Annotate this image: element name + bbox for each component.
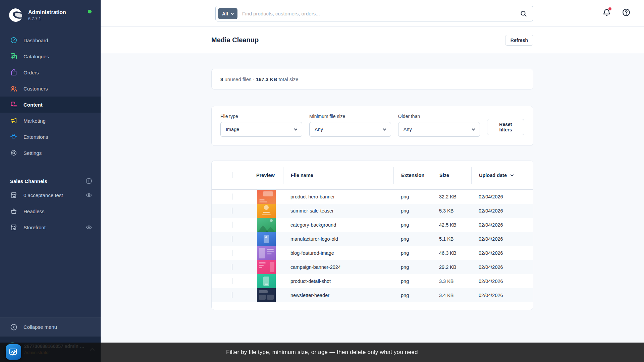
chevron-down-icon: [472, 127, 475, 131]
sidebar-item-dashboard[interactable]: Dashboard: [0, 32, 101, 48]
min-size-value: Any: [315, 127, 323, 132]
sidebar-item-marketing[interactable]: Marketing: [0, 113, 101, 129]
cell-extension: png: [393, 250, 432, 256]
sidebar-item-catalogues[interactable]: Catalogues: [0, 48, 101, 64]
search-icon[interactable]: [520, 10, 528, 18]
sales-channel-headless[interactable]: Headless: [0, 203, 101, 219]
cell-extension: png: [393, 222, 432, 228]
cell-filename: blog-featured-image: [283, 250, 393, 256]
storefront-icon: [10, 191, 17, 199]
file-preview-thumbnail: [257, 190, 276, 204]
file-preview-thumbnail: [257, 218, 276, 232]
row-checkbox[interactable]: [232, 236, 232, 242]
reset-filters-button[interactable]: Reset filters: [487, 119, 524, 135]
older-than-label: Older than: [398, 114, 480, 119]
notifications-button[interactable]: [602, 7, 612, 17]
column-header-preview: Preview: [249, 167, 283, 184]
table-row[interactable]: campaign-banner-2024png29.2 KB02/04/2026: [212, 260, 533, 274]
column-header-extension: Extension: [393, 167, 432, 184]
sidebar: Administration 6.7.7.1 Dashboard Catalog…: [0, 0, 101, 362]
sidebar-item-label: Customers: [23, 86, 48, 92]
eye-icon[interactable]: [85, 224, 93, 231]
cell-size: 29.2 KB: [432, 264, 471, 270]
select-all-checkbox[interactable]: [232, 172, 232, 178]
column-header-size: Size: [432, 167, 471, 184]
table-row[interactable]: newsletter-headerpng3.4 KB02/04/2026: [212, 288, 533, 302]
sales-channel-storefront[interactable]: Storefront: [0, 219, 101, 235]
cell-size: 32.2 KB: [432, 194, 471, 199]
min-size-label: Minimum file size: [309, 114, 391, 119]
file-preview-thumbnail: [257, 204, 276, 218]
min-size-select[interactable]: Any: [309, 122, 391, 137]
collapse-menu-label: Collapse menu: [23, 324, 57, 330]
add-sales-channel-button[interactable]: [85, 177, 93, 185]
sidebar-item-extensions[interactable]: Extensions: [0, 129, 101, 145]
row-checkbox[interactable]: [232, 193, 232, 200]
cell-size: 46.3 KB: [432, 250, 471, 256]
file-type-select[interactable]: Image: [220, 122, 302, 137]
help-button[interactable]: [621, 7, 631, 17]
table-row[interactable]: blog-featured-imagepng46.3 KB02/04/2026: [212, 246, 533, 260]
global-search: All: [215, 6, 533, 21]
table-row[interactable]: category-backgroundpng42.5 KB02/04/2026: [212, 218, 533, 232]
search-scope-label: All: [222, 11, 228, 16]
row-checkbox[interactable]: [232, 222, 232, 228]
unused-files-count: 8: [220, 76, 223, 82]
row-checkbox[interactable]: [232, 250, 232, 256]
file-preview-thumbnail: [257, 246, 276, 260]
plug-icon: [10, 133, 17, 140]
file-preview-thumbnail: [257, 232, 276, 246]
cell-extension: png: [393, 194, 432, 199]
sidebar-header: Administration 6.7.7.1: [0, 0, 101, 26]
app-title-block: Administration 6.7.7.1: [28, 9, 66, 21]
sidebar-menu: Dashboard Catalogues Orders Customers: [0, 32, 101, 161]
older-than-select[interactable]: Any: [398, 122, 480, 137]
row-checkbox[interactable]: [232, 264, 232, 270]
cell-upload-date: 02/04/2026: [471, 264, 533, 270]
cell-upload-date: 02/04/2026: [471, 194, 533, 199]
cell-filename: summer-sale-teaser: [283, 208, 393, 214]
older-than-value: Any: [404, 127, 412, 132]
cell-extension: png: [393, 279, 432, 284]
search-input[interactable]: [237, 11, 520, 16]
cell-size: 3.3 KB: [432, 279, 471, 284]
file-type-field: File type Image: [220, 114, 302, 137]
table-body: product-hero-bannerpng32.2 KB02/04/2026s…: [212, 190, 533, 302]
row-checkbox[interactable]: [232, 278, 232, 284]
refresh-button[interactable]: Refresh: [505, 35, 533, 46]
sidebar-item-settings[interactable]: Settings: [0, 145, 101, 161]
cell-filename: newsletter-header: [283, 293, 393, 298]
column-header-upload-date[interactable]: Upload date: [471, 167, 533, 184]
collapse-menu-button[interactable]: Collapse menu: [0, 317, 101, 337]
cell-filename: category-background: [283, 222, 393, 228]
table-row[interactable]: product-hero-bannerpng32.2 KB02/04/2026: [212, 190, 533, 204]
megaphone-icon: [10, 117, 17, 124]
cell-extension: png: [393, 236, 432, 242]
cell-size: 5.1 KB: [432, 236, 471, 242]
row-checkbox[interactable]: [232, 207, 232, 214]
sidebar-item-label: Settings: [23, 150, 42, 156]
sales-channel-acceptance-test[interactable]: 0 acceptance test: [0, 187, 101, 203]
table-row[interactable]: product-detail-shotpng3.3 KB02/04/2026: [212, 274, 533, 288]
search-scope-button[interactable]: All: [218, 8, 237, 19]
sidebar-item-label: Catalogues: [23, 54, 49, 59]
sidebar-item-orders[interactable]: Orders: [0, 64, 101, 80]
row-checkbox[interactable]: [232, 292, 232, 298]
table-row[interactable]: summer-sale-teaserpng5.3 KB02/04/2026: [212, 204, 533, 218]
layout-icon: [10, 101, 17, 108]
sidebar-item-customers[interactable]: Customers: [0, 80, 101, 97]
cell-upload-date: 02/04/2026: [471, 208, 533, 214]
cell-upload-date: 02/04/2026: [471, 250, 533, 256]
collapse-chevron-icon: [10, 323, 17, 331]
sales-channels-title: Sales Channels: [10, 178, 47, 184]
cell-size: 42.5 KB: [432, 222, 471, 228]
file-type-value: Image: [226, 127, 239, 132]
table-row[interactable]: manufacturer-logo-oldpng5.1 KB02/04/2026: [212, 232, 533, 246]
sidebar-item-content[interactable]: Content: [0, 97, 101, 113]
app-version: 6.7.7.1: [28, 16, 66, 21]
eye-icon[interactable]: [85, 191, 93, 199]
sidebar-item-label: Marketing: [23, 118, 46, 124]
cell-size: 3.4 KB: [432, 293, 471, 298]
cell-filename: product-detail-shot: [283, 279, 393, 284]
cell-size: 5.3 KB: [432, 208, 471, 214]
